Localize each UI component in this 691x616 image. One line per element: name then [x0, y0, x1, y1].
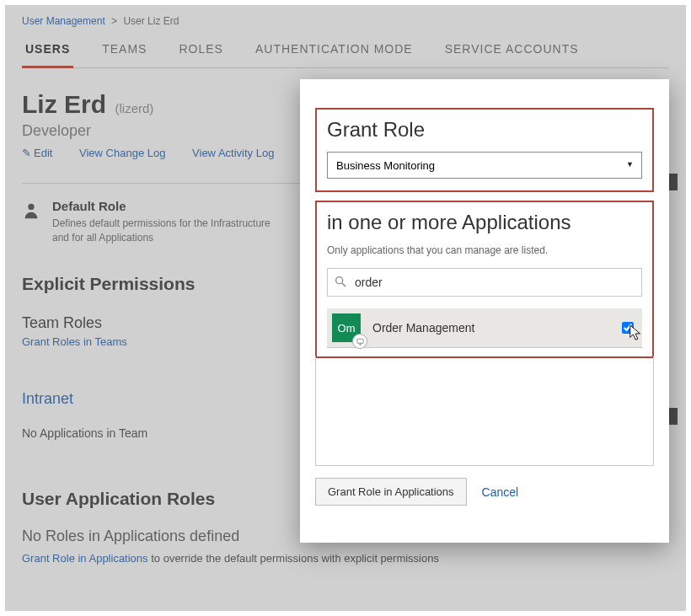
- svg-point-1: [336, 277, 343, 284]
- applications-title: in one or more Applications: [327, 211, 642, 234]
- tab-auth-mode[interactable]: AUTHENTICATION MODE: [252, 34, 416, 67]
- application-list-empty: [315, 356, 654, 466]
- grant-role-hint-tail: to override the default permissions with…: [148, 552, 439, 565]
- grant-role-submit-button[interactable]: Grant Role in Applications: [315, 478, 467, 506]
- view-activity-log-link[interactable]: View Activity Log: [192, 147, 274, 159]
- applications-subtitle: Only applications that you can manage ar…: [327, 244, 642, 256]
- grant-role-hint: Grant Role in Applications to override t…: [22, 552, 669, 565]
- tab-service-accounts[interactable]: SERVICE ACCOUNTS: [442, 34, 582, 67]
- tab-roles[interactable]: ROLES: [175, 34, 226, 67]
- application-checkbox[interactable]: [622, 322, 634, 334]
- grant-role-box: Grant Role Business Monitoring: [315, 108, 654, 192]
- tabs: USERS TEAMS ROLES AUTHENTICATION MODE SE…: [22, 34, 669, 68]
- user-display-name: Liz Erd: [22, 90, 106, 119]
- svg-rect-3: [356, 339, 362, 343]
- edit-label: Edit: [34, 147, 52, 159]
- role-select[interactable]: Business Monitoring: [327, 152, 642, 179]
- grant-role-modal: Grant Role Business Monitoring in one or…: [300, 79, 669, 543]
- svg-line-2: [342, 283, 346, 287]
- applications-box: in one or more Applications Only applica…: [315, 201, 654, 358]
- breadcrumb-root[interactable]: User Management: [22, 15, 105, 27]
- default-role-desc: Defines default permissions for the Infr…: [52, 217, 271, 245]
- monitor-icon: [352, 334, 367, 349]
- cancel-link[interactable]: Cancel: [482, 485, 519, 499]
- person-icon: [22, 201, 40, 221]
- svg-point-0: [28, 204, 34, 210]
- grant-role-title: Grant Role: [327, 118, 642, 142]
- grant-role-in-apps-link[interactable]: Grant Role in Applications: [22, 552, 148, 565]
- breadcrumb-sep: >: [111, 15, 117, 27]
- role-select-wrap: Business Monitoring: [327, 152, 642, 179]
- view-change-log-link[interactable]: View Change Log: [79, 147, 165, 159]
- application-name: Order Management: [372, 321, 622, 335]
- application-search-input[interactable]: [327, 268, 642, 297]
- pencil-icon: ✎: [22, 147, 31, 159]
- tab-teams[interactable]: TEAMS: [99, 34, 150, 67]
- tab-users[interactable]: USERS: [22, 34, 73, 68]
- application-row[interactable]: Om Order Management: [327, 308, 642, 348]
- user-login: (lizerd): [115, 101, 153, 115]
- breadcrumb: User Management > User Liz Erd: [22, 12, 669, 34]
- edit-link[interactable]: ✎Edit: [22, 147, 52, 159]
- default-role-title: Default Role: [52, 199, 271, 213]
- search-icon: [334, 275, 347, 288]
- breadcrumb-current: User Liz Erd: [123, 15, 179, 27]
